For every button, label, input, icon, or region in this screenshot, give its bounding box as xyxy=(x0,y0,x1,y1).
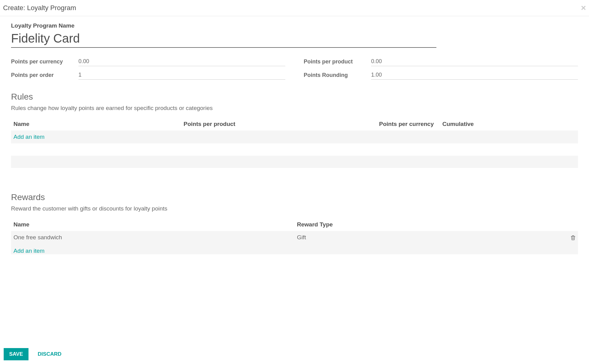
rewards-col-name: Name xyxy=(11,218,294,231)
rewards-table: Name Reward Type One free sandwich Gift xyxy=(11,218,578,254)
points-per-order-label: Points per order xyxy=(11,72,78,78)
loyalty-name-input[interactable] xyxy=(11,30,436,48)
points-per-currency-input[interactable] xyxy=(78,57,285,66)
modal-title: Create: Loyalty Program xyxy=(3,4,76,12)
rules-desc: Rules change how loyalty points are earn… xyxy=(11,105,578,112)
rewards-col-type: Reward Type xyxy=(294,218,566,231)
points-per-currency-label: Points per currency xyxy=(11,59,78,65)
modal-footer: SAVE DISCARD xyxy=(0,344,589,364)
points-per-product-label: Points per product xyxy=(304,59,371,65)
rules-add-item-link[interactable]: Add an item xyxy=(13,134,44,140)
rules-col-name: Name xyxy=(11,118,181,131)
discard-button[interactable]: DISCARD xyxy=(32,348,67,360)
rules-title: Rules xyxy=(11,92,578,102)
rewards-title: Rewards xyxy=(11,192,578,202)
rules-col-ppp: Points per product xyxy=(181,118,351,131)
rules-col-ppc: Points per currency xyxy=(351,118,436,131)
close-icon[interactable]: × xyxy=(581,4,586,12)
reward-row-name: One free sandwich xyxy=(11,231,294,244)
points-rounding-label: Points Rounding xyxy=(304,72,371,78)
save-button[interactable]: SAVE xyxy=(4,348,28,360)
trash-icon[interactable] xyxy=(566,231,578,244)
reward-row[interactable]: One free sandwich Gift xyxy=(11,231,578,244)
rewards-add-item-link[interactable]: Add an item xyxy=(13,248,44,254)
points-per-order-input[interactable] xyxy=(78,70,285,80)
points-rounding-input[interactable] xyxy=(371,70,578,80)
rewards-desc: Reward the customer with gifts or discou… xyxy=(11,205,578,212)
points-per-product-input[interactable] xyxy=(371,57,578,66)
name-label: Loyalty Program Name xyxy=(11,22,578,29)
rules-table: Name Points per product Points per curre… xyxy=(11,118,578,168)
reward-row-type: Gift xyxy=(294,231,566,244)
rules-col-cumulative: Cumulative xyxy=(436,118,550,131)
modal-body: Loyalty Program Name Points per currency… xyxy=(0,16,589,344)
modal-header: Create: Loyalty Program × xyxy=(0,0,589,16)
